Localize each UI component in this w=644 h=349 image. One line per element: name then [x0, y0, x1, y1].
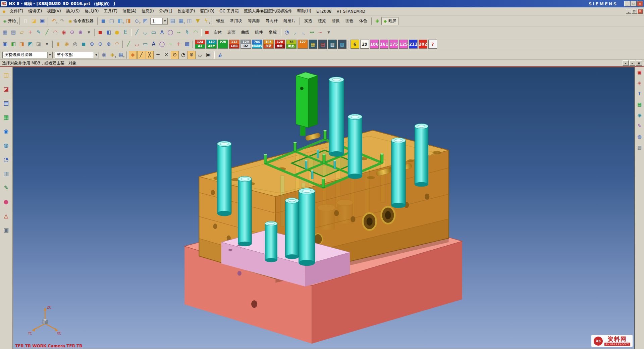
quick-tile-29[interactable]: 29 [360, 40, 369, 49]
web-browser-icon[interactable]: ◍ [2, 141, 11, 150]
menu-assemblies[interactable]: 装配(A) [120, 7, 139, 15]
mold-more-icon[interactable]: ▾ [43, 40, 51, 48]
library-tile-2[interactable]: ▤ [318, 40, 327, 49]
undo-icon[interactable]: ↶ [50, 17, 58, 25]
rectangle-icon[interactable]: ▭ [150, 29, 158, 37]
j-curve2-icon[interactable]: ◟ [300, 29, 308, 37]
solid-filter-button[interactable]: 实体 [211, 29, 224, 36]
child-restore-button[interactable]: ◱ [632, 9, 637, 14]
steel-tile-140-45[interactable]: 14045# [206, 40, 217, 49]
combo-arrow-icon[interactable]: ▼ [94, 52, 99, 58]
more-curves-icon[interactable]: ▾ [85, 29, 93, 37]
steel-tile-129-d2[interactable]: 129D2 [240, 40, 251, 49]
steel-tile-p20[interactable]: P20 [218, 40, 228, 49]
ellipse-icon[interactable]: ◯ [166, 29, 174, 37]
options-icon[interactable]: ▨ [636, 143, 643, 151]
workpiece-icon[interactable]: ◧ [105, 29, 113, 37]
quick-tile-211[interactable]: 211 [409, 40, 418, 49]
circle-tool-icon[interactable]: ◉ [636, 111, 643, 119]
dependencies-icon[interactable]: ◬ [2, 211, 11, 220]
stretch-icon[interactable]: ↔ [308, 29, 316, 37]
close-button[interactable]: × [637, 1, 643, 6]
more-tools-icon[interactable]: ▾ [325, 29, 333, 37]
part-navigator-icon[interactable]: ▤ [2, 99, 11, 108]
xs-logo-icon[interactable]: ▣ [636, 68, 643, 76]
combo-arrow-icon[interactable]: ▼ [47, 52, 52, 58]
datum-csys-icon[interactable]: + [26, 29, 34, 37]
j-curve-icon[interactable]: ◞ [291, 29, 299, 37]
menu-vt-standard[interactable]: VT STANDARD [334, 8, 368, 15]
grid-snap-icon[interactable]: ▦ [636, 100, 643, 108]
face-analysis-icon[interactable]: ◨ [124, 17, 132, 25]
menu-file[interactable]: 文件(F) [7, 7, 25, 15]
replace-button[interactable]: 替换 [329, 17, 342, 25]
snapshot-view-icon[interactable]: ◩ [141, 17, 149, 25]
wear-plate-button[interactable]: 耐磨片 [281, 17, 298, 25]
prompt-next-icon[interactable]: ▸ [629, 60, 635, 66]
wcs-dynamics-icon[interactable]: ◭ [216, 51, 224, 59]
parting-icon[interactable]: ◧ [9, 40, 17, 48]
graphics-window[interactable]: ZC XC YC TFR TR WORK Camera TFR TR XS 资料… [13, 67, 635, 349]
arc-icon[interactable]: ◠ [51, 29, 59, 37]
body-color-button[interactable]: 体色 [357, 17, 370, 25]
existing-point-icon[interactable]: ⊕ [187, 51, 196, 59]
steel-tile-127[interactable]: 127 [298, 40, 308, 49]
revolve-icon[interactable]: ◉ [63, 40, 71, 48]
end-point-icon[interactable]: ╱ [137, 51, 145, 59]
subtract-icon[interactable]: ⊖ [96, 40, 104, 48]
menu-et2008[interactable]: ET2008 [314, 8, 334, 15]
restore-window-button[interactable]: ◱ [631, 1, 637, 6]
menu-preferences[interactable]: 首选项(P) [175, 7, 198, 15]
menu-analysis[interactable]: 分析(L) [157, 7, 175, 15]
ep-cp-icon[interactable]: E [121, 29, 129, 37]
guide-rod-button[interactable]: 导向杆 [263, 17, 280, 25]
bridge-curve-icon[interactable]: ◠ [192, 29, 200, 37]
child-minimize-button[interactable]: _ [626, 9, 631, 14]
pattern-icon[interactable]: ▩ [183, 40, 191, 48]
menu-insert[interactable]: 插入(S) [64, 7, 82, 15]
quick-tile-186[interactable]: 186 [370, 40, 379, 49]
point2-icon[interactable]: + [175, 40, 183, 48]
screw-button[interactable]: 螺丝 [214, 17, 227, 25]
steel-tile-120[interactable]: 120角铁 [275, 40, 285, 49]
layer-settings-icon[interactable]: ▤ [169, 17, 177, 25]
red-spline-icon[interactable]: ∼ [316, 29, 324, 37]
library-tile-1[interactable]: ▦ [309, 40, 317, 49]
common-block-button[interactable]: 常用块 [227, 17, 245, 25]
dialog-rail-icon[interactable]: ▣ [636, 60, 642, 66]
menu-gc-toolbox[interactable]: GC 工具箱 [217, 7, 241, 15]
roles-icon[interactable]: ● [2, 197, 11, 206]
line-icon[interactable]: ╱ [133, 29, 141, 37]
menu-tools[interactable]: 工具(T) [101, 7, 120, 15]
text-icon[interactable]: A [158, 29, 166, 37]
quadrant-point-icon[interactable]: ◔ [179, 51, 187, 59]
open-folder-icon[interactable]: ◪ [30, 17, 38, 25]
top-selection-icon[interactable]: ▦ [117, 51, 125, 59]
spline-icon[interactable]: ∼ [175, 29, 183, 37]
mold-wizard-icon[interactable]: ▣ [1, 40, 9, 48]
text2-icon[interactable]: A [150, 40, 158, 48]
point-on-face-icon[interactable]: ▣ [204, 51, 212, 59]
insert-icon[interactable]: ◪ [35, 40, 43, 48]
steel-tile-78[interactable]: 78耐热 [286, 40, 297, 49]
extrude-icon[interactable]: ▮ [54, 40, 62, 48]
steel-tile-70s-moldv[interactable]: 70SMoldV [252, 40, 262, 49]
intersection-icon[interactable]: × [162, 51, 170, 59]
core-icon[interactable]: ◨ [18, 40, 26, 48]
command-finder-button[interactable]: ◉ 命令查找器 [66, 17, 96, 25]
spline2-icon[interactable]: ∼ [166, 40, 174, 48]
quick-tile-help[interactable]: ? [428, 40, 437, 49]
steel-tile-112-crb[interactable]: 112CRB [229, 40, 239, 49]
menu-help[interactable]: 帮助(H) [295, 7, 314, 15]
library-tile-4[interactable]: ▧ [338, 40, 346, 49]
combo-arrow-icon[interactable]: ▼ [162, 18, 167, 24]
sheet-icon[interactable]: ▤ [9, 29, 17, 37]
history-icon[interactable]: ◔ [2, 155, 11, 164]
datum-plane-icon[interactable]: ▱ [18, 29, 26, 37]
process-studio-icon[interactable]: ▥ [2, 169, 11, 178]
highlight-icon[interactable]: ◈ [108, 51, 116, 59]
menu-view[interactable]: 视图(V) [45, 7, 63, 15]
layer-combo[interactable]: 1 ▼ [150, 18, 168, 24]
menu-custom-standard[interactable]: 流浪人异乡国度汽模标准件 [241, 7, 294, 15]
view-layout-icon[interactable]: ▦ [1, 29, 9, 37]
